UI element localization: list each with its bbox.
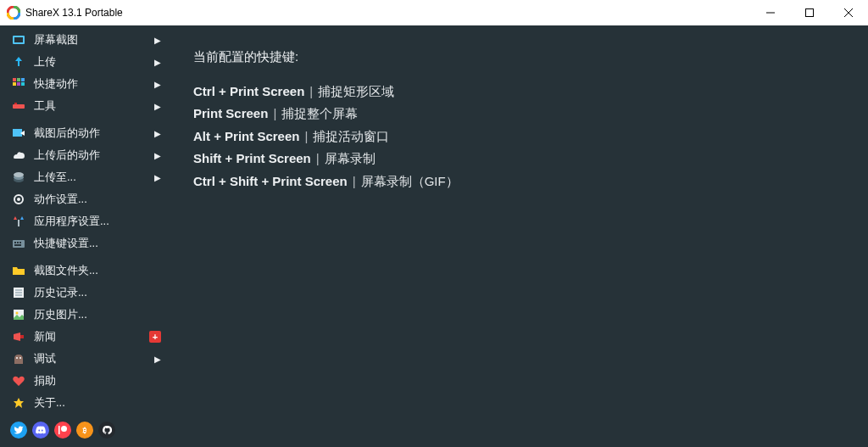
hotkey-action: 捕捉活动窗口 (313, 129, 389, 143)
task-settings-icon (12, 193, 25, 206)
after-capture-icon (12, 126, 25, 140)
sidebar-item-label: 屏幕截图 (34, 32, 149, 47)
hotkey-settings-icon (12, 237, 25, 250)
hotkey-action: 捕捉整个屏幕 (281, 106, 358, 120)
sidebar-item-label: 上传后的动作 (34, 148, 149, 163)
donate-icon (12, 374, 25, 388)
svg-rect-11 (17, 82, 20, 86)
submenu-arrow-icon: ▶ (154, 80, 161, 89)
submenu-arrow-icon: ▶ (154, 173, 161, 182)
capture-icon (12, 33, 25, 47)
hotkey-action: 屏幕录制（GIF） (361, 174, 459, 188)
svg-point-35 (19, 357, 21, 359)
sidebar-item-label: 动作设置... (34, 192, 161, 207)
sidebar-item-after-capture[interactable]: 截图后的动作▶ (0, 122, 170, 144)
hotkey-keys: Shift + Print Screen (193, 151, 311, 165)
sidebar-item-label: 截图后的动作 (34, 126, 149, 141)
svg-rect-9 (21, 78, 25, 81)
hotkey-row: Alt + Print Screen|捕捉活动窗口 (193, 127, 851, 147)
sidebar-item-label: 快捷动作 (34, 76, 149, 92)
sidebar-item-label: 历史记录... (34, 285, 161, 300)
sidebar-item-capture[interactable]: 屏幕截图▶ (0, 29, 170, 51)
about-icon (12, 396, 25, 410)
svg-point-20 (17, 198, 20, 201)
bitcoin-link[interactable]: ₿ (76, 422, 93, 439)
hotkey-action: 捕捉矩形区域 (318, 84, 394, 98)
separator: | (268, 106, 281, 120)
sidebar-item-label: 快捷键设置... (34, 236, 161, 251)
svg-text:₿: ₿ (82, 427, 86, 434)
close-button[interactable] (829, 0, 868, 25)
svg-rect-6 (14, 37, 23, 42)
sidebar-item-after-upload[interactable]: 上传后的动作▶ (0, 144, 170, 166)
separator: | (304, 84, 318, 98)
sidebar-item-label: 捐助 (34, 373, 161, 388)
sidebar-item-label: 应用程序设置... (34, 214, 161, 229)
sidebar-item-label: 上传至... (34, 170, 149, 185)
image-history-icon (12, 308, 25, 321)
folder-icon (12, 264, 25, 277)
history-icon (12, 286, 25, 299)
svg-rect-33 (20, 335, 24, 338)
svg-rect-10 (13, 82, 16, 86)
svg-rect-15 (13, 129, 22, 137)
github-link[interactable] (98, 422, 115, 439)
svg-rect-13 (13, 104, 25, 109)
sidebar-item-label: 上传 (34, 54, 149, 70)
svg-rect-21 (18, 220, 19, 226)
sidebar-item-news[interactable]: 新闻+ (0, 326, 170, 348)
svg-rect-7 (13, 78, 16, 81)
sidebar-item-upload[interactable]: 上传▶ (0, 51, 170, 73)
window-controls (751, 0, 868, 25)
svg-rect-22 (13, 240, 25, 248)
svg-rect-23 (14, 242, 16, 243)
separator: | (348, 174, 361, 188)
svg-rect-24 (17, 242, 19, 243)
sidebar-item-label: 工具 (34, 98, 149, 114)
sidebar-item-image-history[interactable]: 历史图片... (0, 304, 170, 326)
svg-rect-26 (14, 244, 21, 246)
maximize-button[interactable] (790, 0, 829, 25)
sidebar-item-history[interactable]: 历史记录... (0, 282, 170, 304)
separator: | (311, 151, 325, 165)
svg-rect-14 (14, 103, 17, 104)
svg-rect-8 (17, 78, 20, 81)
svg-rect-12 (21, 82, 25, 86)
svg-point-18 (14, 172, 24, 177)
hotkey-keys: Ctrl + Shift + Print Screen (193, 174, 348, 188)
sidebar-item-label: 截图文件夹... (34, 263, 161, 278)
sidebar-item-destinations[interactable]: 上传至...▶ (0, 166, 170, 188)
patreon-link[interactable] (54, 422, 71, 439)
minimize-button[interactable] (751, 0, 790, 25)
new-badge: + (149, 331, 161, 343)
debug-icon (12, 352, 25, 366)
svg-point-34 (16, 357, 18, 359)
sidebar-item-task-settings[interactable]: 动作设置... (0, 188, 170, 210)
submenu-arrow-icon: ▶ (154, 355, 161, 364)
sidebar-item-label: 关于... (34, 395, 161, 411)
sidebar-item-tools[interactable]: 工具▶ (0, 95, 170, 117)
hotkey-keys: Ctrl + Print Screen (193, 84, 304, 98)
hotkey-keys: Print Screen (193, 106, 268, 120)
hotkey-row: Ctrl + Shift + Print Screen|屏幕录制（GIF） (193, 172, 851, 192)
sidebar-item-hotkey-settings[interactable]: 快捷键设置... (0, 232, 170, 254)
twitter-link[interactable] (10, 422, 27, 439)
sidebar-item-label: 历史图片... (34, 307, 161, 322)
sidebar-item-quick[interactable]: 快捷动作▶ (0, 73, 170, 95)
sidebar: 屏幕截图▶上传▶快捷动作▶工具▶截图后的动作▶上传后的动作▶上传至...▶动作设… (0, 25, 170, 447)
sidebar-item-about[interactable]: 关于... (0, 392, 170, 414)
sidebar-item-debug[interactable]: 调试▶ (0, 348, 170, 370)
submenu-arrow-icon: ▶ (154, 151, 161, 160)
sidebar-item-donate[interactable]: 捐助 (0, 370, 170, 392)
main-content: 当前配置的快捷键: Ctrl + Print Screen|捕捉矩形区域Prin… (170, 25, 868, 447)
sidebar-item-folder[interactable]: 截图文件夹... (0, 260, 170, 282)
hotkey-row: Shift + Print Screen|屏幕录制 (193, 149, 851, 169)
svg-point-36 (61, 426, 67, 432)
sidebar-item-label: 调试 (34, 351, 149, 366)
app-logo-icon (7, 6, 20, 20)
discord-link[interactable] (32, 422, 49, 439)
title-bar: ShareX 13.1 Portable (0, 0, 868, 25)
sidebar-item-app-settings[interactable]: 应用程序设置... (0, 210, 170, 232)
submenu-arrow-icon: ▶ (154, 58, 161, 67)
hotkey-row: Ctrl + Print Screen|捕捉矩形区域 (193, 82, 851, 102)
